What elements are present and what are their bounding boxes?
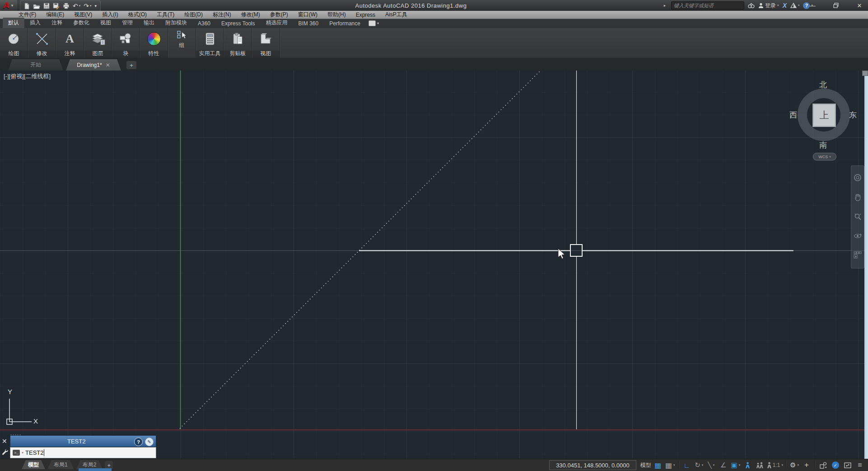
vertical-scrollbar[interactable]	[864, 71, 868, 459]
workspace-switcher[interactable]: ⚙▾	[789, 460, 800, 471]
snap-mode-toggle[interactable]: ▦▾	[665, 460, 676, 471]
menu-w[interactable]: 窗口(W)	[293, 11, 322, 19]
annotate-icon[interactable]: A	[56, 29, 84, 49]
infocenter-expand-icon[interactable]: ▸	[662, 3, 667, 8]
ribbon-tab[interactable]: 参数化	[68, 18, 95, 28]
ribbon-panel[interactable]: 绘图	[0, 28, 28, 58]
sign-in-button[interactable]: 登录 ▾	[758, 2, 779, 9]
menu-aisp[interactable]: AisP工具	[380, 11, 412, 19]
close-button[interactable]: ✕	[854, 1, 865, 10]
file-tab-start[interactable]: 开始	[8, 59, 63, 71]
search-input[interactable]	[671, 1, 744, 9]
drawing-canvas[interactable]: [-][俯视][二维线框] YX 北 南 西 东 上 WCS▾	[0, 71, 868, 459]
a360-button[interactable]: ▾	[790, 3, 800, 8]
ribbon-tab[interactable]: 默认	[3, 18, 24, 28]
graphics-performance-toggle[interactable]: ✓	[830, 460, 841, 471]
navigation-bar[interactable]	[851, 165, 864, 268]
restore-button[interactable]	[830, 1, 842, 10]
ribbon-panel[interactable]: 块	[112, 28, 140, 58]
clean-screen-toggle[interactable]	[842, 460, 853, 471]
ortho-mode-toggle[interactable]: ∟	[681, 460, 692, 471]
ribbon-tab[interactable]: 管理	[117, 18, 138, 28]
ribbon-tab[interactable]: Express Tools	[216, 19, 260, 28]
ribbon-panel[interactable]: 修改	[28, 28, 56, 58]
file-tab-drawing1[interactable]: Drawing1* ✕	[66, 59, 121, 71]
ribbon-tab[interactable]: 插入	[24, 18, 46, 28]
showmotion-icon[interactable]	[854, 251, 862, 260]
menu-h[interactable]: 帮助(H)	[322, 11, 351, 19]
ribbon-panel[interactable]: 视图	[252, 28, 280, 58]
ribbon-tab[interactable]: 输出	[138, 18, 160, 28]
utilities-icon[interactable]	[196, 29, 224, 49]
annotation-visibility-toggle[interactable]	[742, 460, 753, 471]
isometric-drafting-toggle[interactable]: ╲▾	[706, 460, 717, 471]
minimize-button[interactable]: —	[807, 1, 818, 10]
orbit-icon[interactable]	[854, 232, 862, 241]
ribbon-tab[interactable]: 视图	[95, 18, 117, 28]
command-close-icon[interactable]: ✕	[2, 438, 7, 445]
viewcube-west[interactable]: 西	[789, 110, 797, 120]
command-search-icon[interactable]: ✎	[145, 438, 154, 446]
block-icon[interactable]	[112, 29, 140, 49]
polar-tracking-toggle[interactable]: ↻▾	[694, 460, 705, 471]
layout-tab[interactable]: 布局2	[76, 460, 103, 469]
ribbon-tab[interactable]: Performance	[324, 19, 366, 28]
search-icon[interactable]	[748, 3, 755, 9]
ribbon-tab[interactable]: 注释	[46, 18, 68, 28]
grid-display-toggle[interactable]: ▦	[653, 460, 663, 471]
osnap-tracking-toggle[interactable]: ∠	[718, 460, 729, 471]
command-help-icon[interactable]: ?	[134, 438, 143, 446]
viewcube[interactable]: 北 南 西 东 上 WCS▾	[791, 77, 859, 163]
scrollbar-top-button[interactable]	[862, 71, 868, 76]
zoom-icon[interactable]	[854, 213, 862, 222]
wcs-dropdown[interactable]: WCS▾	[813, 153, 836, 160]
ribbon-panel[interactable]: A注释	[56, 28, 84, 58]
ribbon-tab[interactable]: 精选应用	[261, 18, 293, 28]
annotation-scale-button[interactable]: 1:1▾	[767, 460, 783, 471]
new-file-icon[interactable]	[24, 3, 30, 9]
new-drawing-tab-button[interactable]: +	[126, 61, 136, 69]
save-as-icon[interactable]	[53, 3, 60, 9]
view-icon[interactable]	[252, 29, 280, 49]
annotation-autoscale-toggle[interactable]	[755, 460, 765, 471]
ribbon-panel[interactable]: 实用工具	[196, 28, 224, 58]
navigation-wheel-icon[interactable]	[854, 174, 862, 184]
wrench-icon[interactable]	[1, 448, 8, 457]
ribbon-panel[interactable]: 图层	[84, 28, 112, 58]
open-file-icon[interactable]	[33, 3, 40, 9]
ribbon-panel[interactable]: 组	[168, 28, 196, 58]
model-space-button[interactable]: 模型	[640, 460, 651, 471]
isolate-objects-button[interactable]	[818, 460, 829, 471]
exchange-apps-button[interactable]: X	[783, 2, 787, 9]
layers-icon[interactable]	[84, 29, 112, 49]
properties-icon[interactable]	[140, 29, 168, 49]
menu-n[interactable]: 标注(N)	[208, 11, 236, 19]
ribbon-display-toggle[interactable]: ▾	[369, 20, 379, 26]
menu-express[interactable]: Express	[351, 11, 380, 19]
pan-icon[interactable]	[854, 193, 861, 203]
layout-tab[interactable]: 模型	[22, 460, 45, 469]
save-icon[interactable]	[43, 3, 50, 9]
command-input[interactable]: TEST2	[25, 449, 44, 456]
plot-icon[interactable]	[63, 3, 70, 9]
viewcube-east[interactable]: 东	[849, 110, 857, 120]
customization-menu-button[interactable]: ≡	[854, 460, 865, 471]
ribbon-tab[interactable]: A360	[192, 19, 216, 28]
recent-commands-icon[interactable]: ▾	[22, 451, 23, 455]
viewcube-north[interactable]: 北	[819, 80, 827, 90]
ribbon-tab[interactable]: 附加模块	[160, 18, 192, 28]
close-tab-icon[interactable]: ✕	[106, 62, 110, 68]
layout-tab[interactable]: 布局1	[47, 460, 74, 469]
modify-icon[interactable]	[28, 29, 56, 49]
redo-icon[interactable]: ↷▾	[84, 2, 91, 9]
customize-plus-button[interactable]: +	[801, 460, 812, 471]
application-menu-button[interactable]: A ▼	[0, 0, 17, 11]
clipboard-icon[interactable]	[224, 29, 252, 49]
ribbon-panel[interactable]: 剪贴板	[224, 28, 252, 58]
object-snap-toggle[interactable]: ▣▾	[730, 460, 741, 471]
viewcube-top-face[interactable]: 上	[812, 104, 836, 127]
qat-menu-icon[interactable]: ▾	[95, 4, 97, 8]
ribbon-tab[interactable]: BIM 360	[293, 19, 324, 28]
undo-icon[interactable]: ↶▾	[73, 2, 80, 9]
group-icon[interactable]	[168, 30, 196, 40]
